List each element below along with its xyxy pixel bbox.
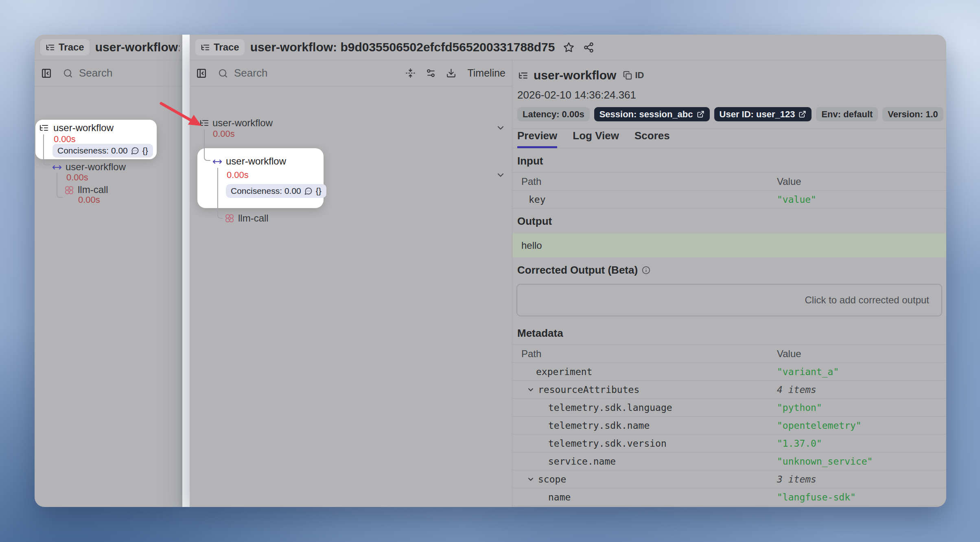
tab-preview[interactable]: Preview <box>517 129 557 148</box>
copy-icon <box>623 71 632 80</box>
session-badge[interactable]: Session: session_abc <box>594 107 710 121</box>
version-badge: Version: 1.0 <box>882 107 943 121</box>
external-link-icon <box>697 110 704 118</box>
chevron-down-icon[interactable] <box>527 475 535 483</box>
list-tree-icon <box>518 70 528 81</box>
list-tree-icon <box>46 43 55 52</box>
tree-node-label[interactable]: user-workflow <box>66 161 126 173</box>
search-placeholder: Search <box>234 67 267 79</box>
table-row[interactable]: name "langfuse-sdk" <box>512 488 946 506</box>
left-trace-tree: user-workflow 0.00s Conciseness: 0.00 {}… <box>35 86 185 507</box>
chevron-down-icon[interactable] <box>496 170 505 180</box>
output-value: hello <box>512 233 946 257</box>
main-window-titlebar: Trace user-workflow: b9d035506502efcfd56… <box>190 35 946 60</box>
tree-panel-toolbar: Search Timeline <box>190 60 512 86</box>
trace-tree-panel: Search Timeline user-workflow 0.00s <box>190 60 512 507</box>
tree-node-label[interactable]: user-workflow <box>53 122 114 134</box>
external-link-icon <box>798 110 806 118</box>
tree-connector <box>217 168 223 219</box>
tree-node-duration: 0.00s <box>66 172 88 183</box>
column-header-value: Value <box>777 173 946 191</box>
tree-node-duration: 0.00s <box>78 195 100 205</box>
table-header-row: Path Value <box>512 345 946 363</box>
tree-node-label[interactable]: llm-call <box>78 184 108 195</box>
observation-title: user-workflow <box>534 68 616 82</box>
comment-icon <box>304 187 313 195</box>
arrow-left-right-icon <box>212 157 222 167</box>
info-icon[interactable] <box>642 266 650 274</box>
score-badge-label: Conciseness: 0.00 <box>57 146 128 156</box>
trace-window-background: Trace user-workflow: 0bde Search user-wo… <box>35 35 185 507</box>
fold-vertical-icon[interactable] <box>405 68 416 78</box>
corrected-output-section-title: Corrected Output (Beta) <box>512 257 946 281</box>
column-header-path: Path <box>512 173 777 191</box>
score-badge-label: Conciseness: 0.00 <box>231 186 301 196</box>
table-row[interactable]: service.name "unknown_service" <box>512 452 946 470</box>
table-header-row: Path Value <box>512 173 946 191</box>
chevron-down-icon[interactable] <box>527 386 535 394</box>
tree-connector <box>43 134 50 165</box>
search-icon <box>218 68 228 78</box>
left-window-toolbar: Search <box>35 60 185 86</box>
panel-collapse-icon[interactable] <box>41 68 52 79</box>
trace-detail-panel: user-workflow ID 2026-02-10 14:36:24.361… <box>512 60 946 507</box>
input-table: Path Value key "value" <box>512 172 946 208</box>
tree-node-label[interactable]: llm-call <box>238 213 269 224</box>
trace-type-chip: Trace <box>195 39 245 55</box>
window-edge-gap <box>182 35 190 507</box>
tab-scores[interactable]: Scores <box>634 129 670 148</box>
flower-icon <box>64 185 74 195</box>
left-window-title: user-workflow: 0bde <box>95 40 179 54</box>
search-input[interactable]: Search <box>63 67 179 79</box>
timeline-toggle[interactable]: Timeline <box>467 67 505 79</box>
download-icon[interactable] <box>446 68 456 78</box>
input-section-title: Input <box>512 148 946 172</box>
copy-id-button[interactable]: ID <box>623 70 644 81</box>
tree-node-duration: 0.00s <box>213 129 235 139</box>
table-row[interactable]: telemetry.sdk.language "python" <box>512 399 946 417</box>
tree-connector <box>57 173 63 198</box>
score-badge[interactable]: Conciseness: 0.00 {} <box>226 184 326 198</box>
tree-connector <box>204 129 210 161</box>
tree-node-label[interactable]: user-workflow <box>226 156 286 167</box>
search-placeholder: Search <box>79 67 112 79</box>
table-row[interactable]: telemetry.sdk.version "1.37.0" <box>512 434 946 452</box>
user-id-badge[interactable]: User ID: user_123 <box>714 107 812 121</box>
tree-node-duration: 0.00s <box>227 170 249 180</box>
env-badge: Env: default <box>816 107 878 121</box>
main-window-title: user-workflow: b9d035506502efcfd56520033… <box>250 40 555 54</box>
column-header-path: Path <box>512 345 777 363</box>
table-row-expandable[interactable]: resourceAttributes 4 items <box>512 381 946 399</box>
score-json-label: {} <box>142 146 148 156</box>
trace-chip-label: Trace <box>214 42 239 53</box>
list-tree-icon <box>201 43 210 52</box>
table-row-expandable[interactable]: scope 3 items <box>512 470 946 488</box>
column-header-value: Value <box>777 345 946 363</box>
left-window-titlebar: Trace user-workflow: 0bde <box>35 35 185 60</box>
main-trace-tree: user-workflow 0.00s user-workflow 0.00s … <box>190 86 512 507</box>
comment-icon <box>131 147 139 155</box>
search-input[interactable]: Search <box>218 67 405 79</box>
trace-timestamp: 2026-02-10 14:36:24.361 <box>512 82 946 101</box>
corrected-output-placeholder: Click to add corrected output <box>805 294 930 306</box>
trace-badges: Latency: 0.00s Session: session_abc User… <box>512 101 946 129</box>
table-row[interactable]: version "3.14.1" <box>512 506 946 507</box>
corrected-output-box[interactable]: Click to add corrected output <box>516 284 942 316</box>
id-label: ID <box>635 70 644 81</box>
metadata-section-title: Metadata <box>512 316 946 345</box>
table-row[interactable]: experiment "variant_a" <box>512 363 946 381</box>
table-row[interactable]: telemetry.sdk.name "opentelemetry" <box>512 417 946 434</box>
table-row[interactable]: key "value" <box>512 191 946 208</box>
chevron-down-icon[interactable] <box>496 123 505 133</box>
star-icon[interactable] <box>563 42 574 53</box>
settings-sliders-icon[interactable] <box>426 68 436 78</box>
panel-collapse-icon[interactable] <box>196 68 207 79</box>
list-tree-icon <box>39 123 49 133</box>
flower-icon <box>225 213 234 223</box>
tree-node-label[interactable]: user-workflow <box>212 117 273 129</box>
latency-badge: Latency: 0.00s <box>517 107 590 121</box>
tab-log-view[interactable]: Log View <box>573 129 619 148</box>
score-badge[interactable]: Conciseness: 0.00 {} <box>52 144 153 158</box>
share-icon[interactable] <box>583 42 594 53</box>
tree-node-duration: 0.00s <box>54 134 76 145</box>
